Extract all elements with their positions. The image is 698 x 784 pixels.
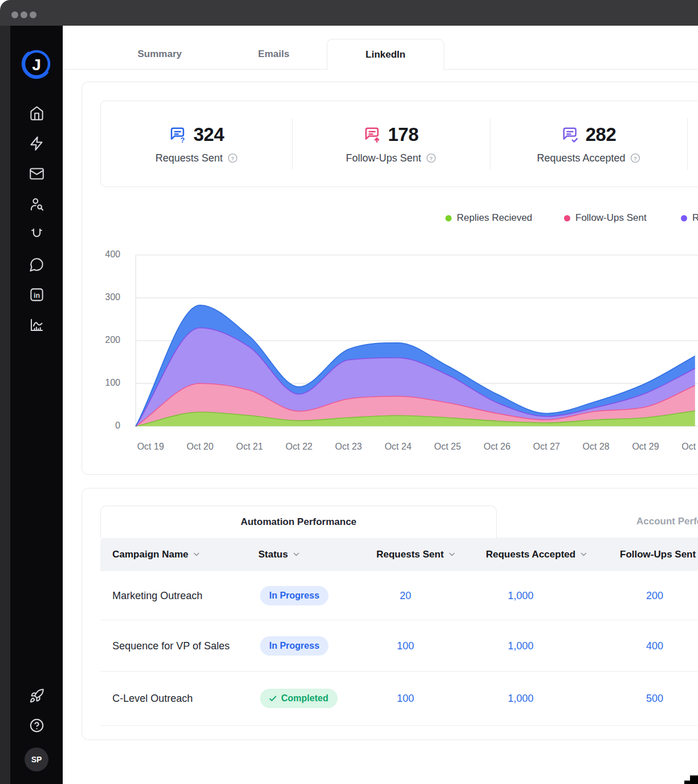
message-check-icon [561,126,579,143]
tab-account-performance[interactable]: Account Performance [636,506,698,538]
column-header-follow-ups-sent[interactable]: Follow-Ups Sent [620,538,698,571]
stats-summary-bar: ?324Requests Sent?178Follow-Ups Sent?282… [100,100,698,187]
window-titlebar [0,0,698,26]
x-tick-label: Oct 25 [422,442,473,452]
help-circle-icon[interactable]: ? [426,153,436,163]
help-circle-icon[interactable]: ? [228,153,238,163]
user-search-icon[interactable] [29,196,44,212]
performance-table-card: Automation Performance Account Performan… [82,488,698,740]
column-header-campaign-name[interactable]: Campaign Name [112,538,200,571]
legend-item-replies-recieved[interactable]: Replies Recieved [445,212,532,224]
stat-value: 178 [388,124,419,146]
chart-icon[interactable] [29,317,44,333]
y-tick-label: 400 [86,249,120,260]
table-row-c-level-outreach[interactable]: C-Level OutreachCompleted1001,000500 [100,672,698,726]
window-dot-icon[interactable] [11,11,18,18]
sidebar-nav: in [29,106,44,333]
stat-divider [490,118,490,169]
follow-ups-sent-value[interactable]: 500 [618,693,692,705]
column-header-requests-accepted[interactable]: Requests Accepted [486,538,587,571]
message-arrow-up-icon [363,126,381,143]
legend-item-follow-ups-sent[interactable]: Follow-Ups Sent [564,212,647,224]
campaign-name: Sequence for VP of Sales [112,640,230,652]
column-label: Status [258,549,288,560]
mail-icon[interactable] [29,166,44,181]
x-tick-label: Oct 19 [125,442,176,452]
linkedin-analytics-card: ?324Requests Sent?178Follow-Ups Sent?282… [82,82,698,475]
corner-artifact [684,781,692,784]
x-tick-label: Oct 27 [521,442,572,452]
window-dot-icon[interactable] [30,11,36,18]
stat-requests-sent: ?324Requests Sent? [101,101,292,187]
tab-automation-performance[interactable]: Automation Performance [100,506,497,538]
svg-text:?: ? [180,136,185,143]
chevron-down-icon [293,552,299,556]
legend-label: Follow-Ups Sent [575,212,647,224]
stat-follow-ups-sent: 178Follow-Ups Sent? [292,101,490,187]
x-tick-label: Oct 23 [323,442,374,452]
help-circle-icon[interactable]: ? [630,153,640,163]
status-badge: Completed [260,689,338,708]
window-dot-icon[interactable] [21,11,27,18]
requests-accepted-value[interactable]: 1,000 [484,640,558,652]
requests-sent-value[interactable]: 100 [368,640,443,652]
table-row-marketing-outreach[interactable]: Marketing OutreachIn Progress201,000200 [100,571,698,620]
x-tick-label: Oct 30 [669,442,698,452]
y-tick-label: 300 [86,292,120,302]
svg-text:?: ? [634,155,637,161]
app-logo[interactable]: J [19,46,54,84]
tab-linkedin[interactable]: LinkedIn [327,39,444,70]
help-icon[interactable] [29,718,44,733]
table-header: Campaign NameStatusRequests SentRequests… [100,538,698,571]
stacked-area-chart [82,240,698,457]
tab-summary[interactable]: Summary [124,39,195,70]
user-avatar[interactable]: SP [25,747,48,771]
stat-label: Follow-Ups Sent [346,152,421,164]
campaign-name: C-Level Outreach [112,693,193,705]
svg-text:?: ? [429,155,433,161]
column-label: Requests Sent [376,549,444,560]
linkedin-icon[interactable]: in [29,287,44,302]
y-tick-label: 100 [86,378,120,388]
stat-requests-accepted: 282Requests Accepted? [490,101,687,187]
check-icon [269,696,277,702]
magnet-icon[interactable] [29,227,44,242]
table-body: Marketing OutreachIn Progress201,000200S… [100,571,698,726]
chevron-down-icon [449,552,455,556]
column-header-status[interactable]: Status [258,538,299,571]
status-badge: In Progress [260,586,328,605]
status-label: In Progress [269,591,319,601]
svg-text:?: ? [231,155,234,161]
follow-ups-sent-value[interactable]: 400 [618,640,692,652]
requests-accepted-value[interactable]: 1,000 [484,589,558,601]
stat-value: 282 [586,124,616,146]
rocket-icon[interactable] [29,688,44,704]
legend-label: Requests Accepted [692,212,698,224]
y-tick-label: 200 [86,335,120,345]
status-label: Completed [281,693,328,704]
legend-label: Replies Recieved [457,212,532,224]
requests-sent-value[interactable]: 20 [368,589,443,601]
requests-accepted-value[interactable]: 1,000 [484,693,558,705]
stat-divider [292,118,293,169]
chat-icon[interactable] [29,257,44,272]
column-label: Requests Accepted [486,549,575,560]
x-tick-label: Oct 24 [372,442,424,452]
tab-emails[interactable]: Emails [245,39,302,70]
x-tick-label: Oct 26 [472,442,523,452]
window-edge [0,26,10,784]
follow-ups-sent-value[interactable]: 200 [618,589,692,601]
window-control-dots[interactable] [11,11,36,18]
legend-dot-icon [681,215,687,221]
stat-divider [687,118,688,169]
status-badge: In Progress [260,636,328,656]
legend-item-requests-accepted[interactable]: Requests Accepted [681,212,698,224]
svg-text:J: J [32,56,41,74]
legend-dot-icon [564,215,570,221]
requests-sent-value[interactable]: 100 [368,693,443,705]
table-row-sequence-for-vp-of-sales[interactable]: Sequence for VP of SalesIn Progress1001,… [100,620,698,672]
chevron-down-icon [193,552,200,556]
zap-icon[interactable] [29,136,44,151]
column-header-requests-sent[interactable]: Requests Sent [376,538,455,571]
home-icon[interactable] [29,106,44,121]
